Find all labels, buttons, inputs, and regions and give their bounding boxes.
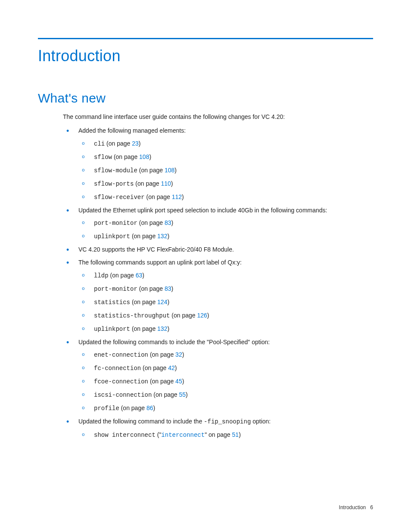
- after-text: ): [186, 391, 188, 398]
- page-link[interactable]: 51: [232, 431, 239, 438]
- cross-reference-link[interactable]: interconnect: [161, 432, 205, 439]
- on-page-text: (on page: [134, 180, 161, 187]
- sub-list: lldp (on page 63) port-monitor (on page …: [78, 271, 373, 334]
- after-text: ): [174, 167, 177, 174]
- page-footer: Introduction 6: [339, 504, 373, 510]
- page-link[interactable]: 126: [197, 312, 207, 319]
- after-text: ): [239, 431, 241, 438]
- list-item-text: Updated the Ethernet uplink port speed s…: [78, 207, 327, 214]
- sub-item: enet-connection (on page 32): [78, 350, 373, 360]
- after-text: ): [149, 153, 151, 160]
- sub-list: port-monitor (on page 83) uplinkport (on…: [78, 218, 373, 241]
- sub-item: uplinkport (on page 132): [78, 232, 373, 241]
- on-page-text: (on page: [105, 140, 132, 147]
- list-item: VC 4.20 supports the HP VC FlexFabric-20…: [63, 245, 373, 255]
- code-element: iscsi-connection: [94, 392, 152, 398]
- page-link[interactable]: 124: [157, 299, 167, 305]
- sub-item: cli (on page 23): [78, 139, 373, 149]
- on-page-text: (on page: [170, 312, 197, 319]
- list-item: Updated the Ethernet uplink port speed s…: [63, 206, 373, 242]
- after-text: ): [182, 193, 184, 200]
- page-link[interactable]: 32: [175, 351, 182, 358]
- page-link[interactable]: 132: [157, 325, 167, 332]
- list-item-text-pre: Updated the following command to include…: [78, 418, 204, 425]
- paren-mid: " on page: [205, 431, 232, 438]
- after-text: ): [207, 312, 209, 319]
- on-page-text: (on page: [130, 325, 157, 332]
- sub-item: sflow (on page 108): [78, 152, 373, 162]
- code-element: show interconnect: [94, 432, 156, 439]
- page-link[interactable]: 112: [172, 193, 182, 200]
- list-item: Updated the following commands to includ…: [63, 338, 373, 414]
- page-link[interactable]: 108: [165, 167, 174, 174]
- page-link[interactable]: 42: [168, 364, 175, 371]
- page-link[interactable]: 108: [139, 153, 149, 160]
- on-page-text: (on page: [109, 272, 136, 279]
- after-text: ): [142, 272, 144, 279]
- after-text: ): [167, 299, 169, 305]
- code-element: sflow-module: [94, 167, 137, 174]
- sub-item: uplinkport (on page 132): [78, 324, 373, 334]
- sub-item: iscsi-connection (on page 55): [78, 390, 373, 400]
- on-page-text: (on page: [130, 299, 157, 305]
- after-text: ): [153, 404, 155, 411]
- page-link[interactable]: 83: [165, 285, 171, 292]
- sub-item: sflow-module (on page 108): [78, 166, 373, 175]
- footer-section-label: Introduction: [339, 504, 366, 510]
- on-page-text: (on page: [141, 364, 168, 371]
- after-text: ): [171, 219, 173, 226]
- section-title: What's new: [38, 91, 373, 106]
- sub-item: sflow-ports (on page 110): [78, 179, 373, 189]
- sub-item: statistics-throughput (on page 126): [78, 311, 373, 320]
- after-text: ): [139, 140, 141, 147]
- on-page-text: (on page: [130, 233, 157, 240]
- code-element: sflow-receiver: [94, 194, 145, 201]
- after-text: ): [182, 351, 184, 358]
- on-page-text: (on page: [137, 219, 165, 226]
- list-item: The following commands support an uplink…: [63, 258, 373, 334]
- main-list: Added the following managed elements: cl…: [63, 126, 373, 440]
- sub-list: enet-connection (on page 32) fc-connecti…: [78, 350, 373, 413]
- code-element: enet-connection: [94, 352, 148, 358]
- page-link[interactable]: 63: [136, 272, 143, 279]
- sub-item: show interconnect ("interconnect" on pag…: [78, 430, 373, 440]
- sub-list: show interconnect ("interconnect" on pag…: [78, 430, 373, 440]
- code-element: statistics-throughput: [94, 312, 170, 319]
- on-page-text: (on page: [137, 167, 165, 174]
- code-element: cli: [94, 140, 105, 147]
- page-link[interactable]: 55: [179, 391, 186, 398]
- list-item-text: Added the following managed elements:: [78, 127, 186, 134]
- code-element: uplinkport: [94, 233, 130, 240]
- code-element: lldp: [94, 272, 109, 279]
- page-title: Introduction: [38, 47, 373, 65]
- sub-item: lldp (on page 63): [78, 271, 373, 280]
- code-element: fcoe-connection: [94, 378, 148, 385]
- list-item: Added the following managed elements: cl…: [63, 126, 373, 202]
- code-element: port-monitor: [94, 220, 137, 227]
- on-page-text: (on page: [112, 153, 139, 160]
- on-page-text: (on page: [152, 391, 179, 398]
- sub-item: port-monitor (on page 83): [78, 284, 373, 294]
- on-page-text: (on page: [119, 404, 146, 411]
- intro-paragraph: The command line interface user guide co…: [63, 113, 373, 120]
- page-link[interactable]: 23: [132, 140, 139, 147]
- page-link[interactable]: 45: [175, 378, 182, 385]
- page-link[interactable]: 132: [157, 233, 167, 240]
- page-link[interactable]: 83: [165, 219, 171, 226]
- sub-item: port-monitor (on page 83): [78, 218, 373, 228]
- page-link[interactable]: 86: [146, 404, 153, 411]
- footer-page-number: 6: [370, 504, 373, 510]
- code-element: profile: [94, 405, 119, 412]
- sub-item: statistics (on page 124): [78, 298, 373, 307]
- after-text: ): [167, 233, 169, 240]
- on-page-text: (on page: [148, 351, 175, 358]
- on-page-text: (on page: [148, 378, 175, 385]
- after-text: ): [171, 180, 173, 187]
- after-text: ): [175, 364, 177, 371]
- code-element: sflow: [94, 154, 112, 161]
- code-element: sflow-ports: [94, 180, 134, 187]
- code-element: port-monitor: [94, 286, 137, 292]
- page-link[interactable]: 110: [161, 180, 171, 187]
- list-item-text-post: option:: [251, 418, 271, 425]
- code-element: uplinkport: [94, 326, 130, 333]
